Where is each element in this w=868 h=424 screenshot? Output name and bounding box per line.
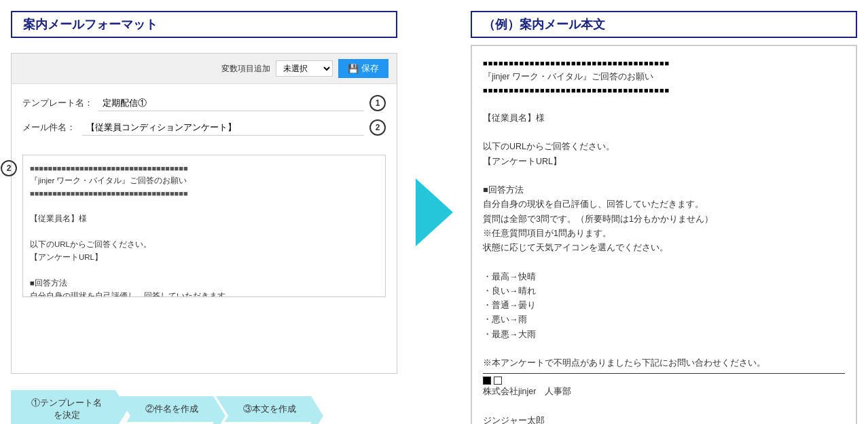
right-person: ジンジャー太郎 xyxy=(483,414,845,424)
right-url: 【アンケートURL】 xyxy=(483,155,845,169)
right-blank3 xyxy=(483,169,845,183)
body-blank1 xyxy=(30,199,378,212)
right-rating1: ・最高→快晴 xyxy=(483,270,845,284)
right-method2: 質問は全部で3問です。（所要時間は1分もかかりません） xyxy=(483,212,845,227)
checkbox-line xyxy=(483,377,845,385)
step-item-1: ①テンプレート名 を決定 xyxy=(11,390,115,424)
step-item-2: ②件名を作成 xyxy=(118,396,213,422)
form-toolbar: 変数項目追加 未選択 💾 保存 xyxy=(12,54,397,84)
body-url-intro: 以下のURLからご回答ください。 xyxy=(30,238,378,251)
body-method1: 自分自身の現状を自己評価し、回答していただきます。 xyxy=(30,290,378,297)
body-url: 【アンケートURL】 xyxy=(30,251,378,264)
left-panel: 案内メールフォーマット 変数項目追加 未選択 💾 保存 テンプレート名： 1 xyxy=(11,11,397,424)
body-line1: ■■■■■■■■■■■■■■■■■■■■■■■■■■■■■■■■■■■ xyxy=(30,162,378,174)
body-line2: 『jinjer ワーク・バイタル』ご回答のお願い xyxy=(30,174,378,187)
arrow-connector xyxy=(414,178,454,246)
right-method4: 状態に応じて天気アイコンを選んでください。 xyxy=(483,241,845,255)
variable-add-label: 変数項目追加 xyxy=(221,63,270,75)
save-icon: 💾 xyxy=(348,64,359,74)
template-name-label: テンプレート名： xyxy=(22,97,93,109)
body-circle-2: 2 xyxy=(1,160,17,176)
body-salutation: 【従業員名】様 xyxy=(30,212,378,225)
right-content: ■■■■■■■■■■■■■■■■■■■■■■■■■■■■■■■■■■■■ 『ji… xyxy=(471,45,857,424)
variable-select[interactable]: 未選択 xyxy=(276,60,333,77)
right-blank5 xyxy=(483,342,845,356)
right-panel: （例）案内メール本文 ■■■■■■■■■■■■■■■■■■■■■■■■■■■■■… xyxy=(471,11,857,424)
checkbox-filled xyxy=(483,377,491,385)
save-button[interactable]: 💾 保存 xyxy=(338,59,388,78)
body-line3: ■■■■■■■■■■■■■■■■■■■■■■■■■■■■■■■■■■■ xyxy=(30,187,378,199)
step-circle-1: 1 xyxy=(369,95,386,111)
step-circle-2: 2 xyxy=(369,119,386,136)
right-blank6 xyxy=(483,400,845,414)
right-rating5: ・最悪→大雨 xyxy=(483,328,845,342)
right-rating3: ・普通→曇り xyxy=(483,298,845,313)
right-section-title: （例）案内メール本文 xyxy=(471,11,857,38)
right-salutation: 【従業員名】様 xyxy=(483,111,845,126)
template-name-input[interactable] xyxy=(98,95,364,111)
checkbox-empty xyxy=(494,377,502,385)
right-rating2: ・良い→晴れ xyxy=(483,284,845,298)
form-body: テンプレート名： 1 メール件名： 2 xyxy=(12,84,397,155)
right-dots1: ■■■■■■■■■■■■■■■■■■■■■■■■■■■■■■■■■■■■ xyxy=(483,57,845,70)
email-body-textarea[interactable]: ■■■■■■■■■■■■■■■■■■■■■■■■■■■■■■■■■■■ 『jin… xyxy=(22,155,386,297)
body-blank2 xyxy=(30,225,378,238)
right-method1: 自分自身の現状を自己評価し、回答していただきます。 xyxy=(483,197,845,212)
right-heading: 『jinjer ワーク・バイタル』ご回答のお願い xyxy=(483,70,845,84)
mail-subject-row: メール件名： 2 xyxy=(22,119,386,136)
main-layout: 案内メールフォーマット 変数項目追加 未選択 💾 保存 テンプレート名： 1 xyxy=(11,11,857,424)
right-blank1 xyxy=(483,97,845,111)
right-url-intro: 以下のURLからご回答ください。 xyxy=(483,140,845,154)
right-blank4 xyxy=(483,255,845,269)
body-method-title: ■回答方法 xyxy=(30,277,378,290)
form-container: 変数項目追加 未選択 💾 保存 テンプレート名： 1 メール件名： xyxy=(11,53,397,374)
mail-subject-input[interactable] xyxy=(82,119,364,136)
right-blank2 xyxy=(483,126,845,140)
right-method-title: ■回答方法 xyxy=(483,183,845,197)
step-item-3: ③本文を作成 xyxy=(216,396,311,422)
right-dots2: ■■■■■■■■■■■■■■■■■■■■■■■■■■■■■■■■■■■■ xyxy=(483,84,845,97)
body-blank3 xyxy=(30,264,378,277)
right-rating4: ・悪い→雨 xyxy=(483,313,845,327)
right-note: ※本アンケートで不明点がありましたら下記にお問い合わせください。 xyxy=(483,356,845,370)
right-method3: ※任意質問項目が1問あります。 xyxy=(483,227,845,241)
arrow-shape xyxy=(416,178,453,246)
right-company: 株式会社jinjer 人事部 xyxy=(483,385,845,399)
mail-subject-label: メール件名： xyxy=(22,121,77,134)
steps-row: ①テンプレート名 を決定 ②件名を作成 ③本文を作成 xyxy=(11,390,397,424)
divider1 xyxy=(483,373,845,374)
email-body-wrapper: 2 ■■■■■■■■■■■■■■■■■■■■■■■■■■■■■■■■■■■ 『j… xyxy=(22,155,386,297)
template-name-row: テンプレート名： 1 xyxy=(22,95,386,111)
left-section-title: 案内メールフォーマット xyxy=(11,11,397,38)
